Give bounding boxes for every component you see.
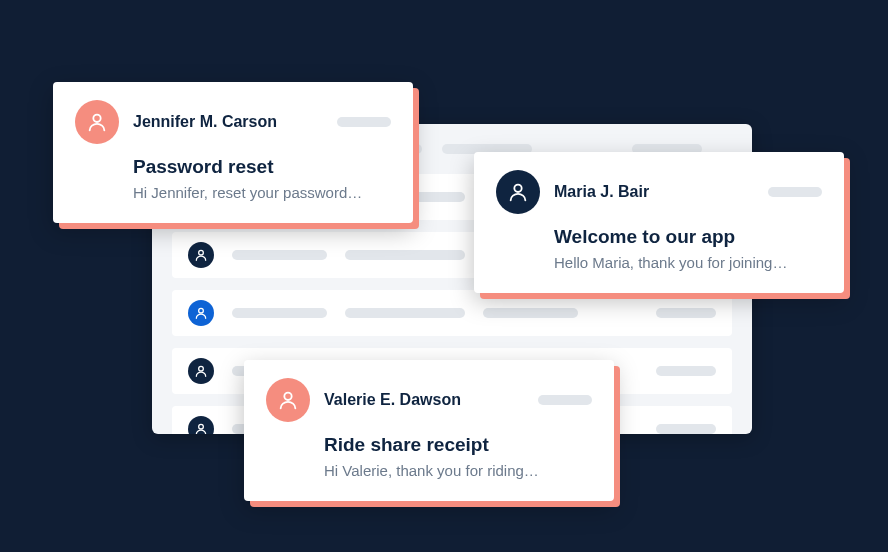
placeholder-bar [656, 366, 716, 376]
email-card-header: Jennifer M. Carson [75, 100, 391, 144]
person-icon [188, 416, 214, 434]
svg-point-5 [93, 115, 100, 122]
placeholder-bar [656, 424, 716, 434]
svg-point-6 [514, 185, 521, 192]
email-subject: Ride share receipt [324, 434, 592, 456]
person-icon [266, 378, 310, 422]
placeholder-bar [337, 117, 391, 127]
person-icon [188, 300, 214, 326]
email-subject: Welcome to our app [554, 226, 822, 248]
svg-point-4 [199, 424, 204, 429]
placeholder-bar [345, 250, 465, 260]
person-icon [188, 358, 214, 384]
email-subject: Password reset [133, 156, 391, 178]
placeholder-bar [232, 308, 327, 318]
list-item[interactable] [172, 290, 732, 336]
placeholder-bar [768, 187, 822, 197]
email-sender: Valerie E. Dawson [324, 391, 461, 409]
email-preview: Hello Maria, thank you for joining… [554, 254, 822, 271]
email-preview: Hi Jennifer, reset your password… [133, 184, 391, 201]
placeholder-bar [483, 308, 578, 318]
placeholder-bar [656, 308, 716, 318]
svg-point-3 [199, 366, 204, 371]
placeholder-bar [538, 395, 592, 405]
email-card[interactable]: Valerie E. Dawson Ride share receipt Hi … [244, 360, 614, 501]
email-card[interactable]: Maria J. Bair Welcome to our app Hello M… [474, 152, 844, 293]
email-card-header: Maria J. Bair [496, 170, 822, 214]
svg-point-7 [284, 393, 291, 400]
svg-point-2 [199, 308, 204, 313]
placeholder-bar [345, 308, 465, 318]
person-icon [188, 242, 214, 268]
person-icon [75, 100, 119, 144]
email-preview: Hi Valerie, thank you for riding… [324, 462, 592, 479]
email-sender: Maria J. Bair [554, 183, 649, 201]
person-icon [496, 170, 540, 214]
email-sender: Jennifer M. Carson [133, 113, 277, 131]
email-card-header: Valerie E. Dawson [266, 378, 592, 422]
svg-point-1 [199, 250, 204, 255]
placeholder-bar [232, 250, 327, 260]
email-card[interactable]: Jennifer M. Carson Password reset Hi Jen… [53, 82, 413, 223]
